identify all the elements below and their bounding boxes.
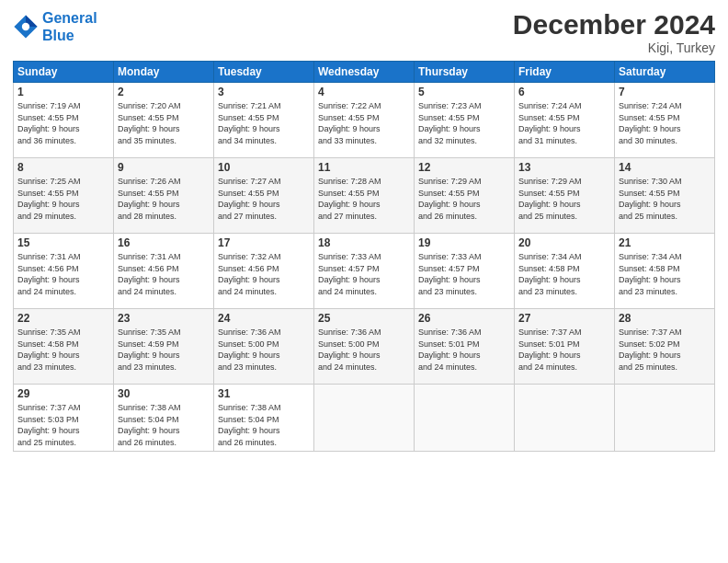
day-info: Sunrise: 7:37 AMSunset: 5:02 PMDaylight:… — [619, 327, 682, 372]
day-info: Sunrise: 7:34 AMSunset: 4:58 PMDaylight:… — [619, 252, 682, 296]
day-info: Sunrise: 7:32 AMSunset: 4:56 PMDaylight:… — [218, 252, 281, 296]
day-cell — [515, 385, 615, 452]
day-cell: 5 Sunrise: 7:23 AMSunset: 4:55 PMDayligh… — [415, 83, 515, 158]
day-cell: 11 Sunrise: 7:28 AMSunset: 4:55 PMDaylig… — [314, 158, 415, 234]
day-number: 24 — [218, 312, 310, 325]
day-info: Sunrise: 7:31 AMSunset: 4:56 PMDaylight:… — [118, 252, 181, 296]
day-number: 9 — [118, 161, 210, 174]
day-number: 1 — [17, 86, 109, 98]
day-cell: 6 Sunrise: 7:24 AMSunset: 4:55 PMDayligh… — [515, 83, 615, 158]
header: General Blue December 2024 Kigi, Turkey — [13, 9, 715, 55]
day-number: 16 — [118, 236, 210, 249]
day-number: 18 — [318, 236, 410, 249]
day-cell: 12 Sunrise: 7:29 AMSunset: 4:55 PMDaylig… — [415, 158, 515, 234]
day-cell: 29 Sunrise: 7:37 AMSunset: 5:03 PMDaylig… — [14, 385, 114, 452]
weekday-header-sunday: Sunday — [14, 62, 114, 83]
day-number: 8 — [17, 161, 109, 174]
day-cell: 23 Sunrise: 7:35 AMSunset: 4:59 PMDaylig… — [114, 309, 214, 385]
day-number: 31 — [218, 387, 310, 400]
day-info: Sunrise: 7:29 AMSunset: 4:55 PMDaylight:… — [518, 177, 582, 221]
location: Kigi, Turkey — [513, 40, 715, 55]
title-block: December 2024 Kigi, Turkey — [513, 9, 715, 55]
day-info: Sunrise: 7:37 AMSunset: 5:01 PMDaylight:… — [518, 327, 582, 372]
weekday-header-thursday: Thursday — [415, 62, 515, 83]
day-info: Sunrise: 7:26 AMSunset: 4:55 PMDaylight:… — [118, 177, 181, 221]
weekday-header-monday: Monday — [114, 62, 214, 83]
day-info: Sunrise: 7:36 AMSunset: 5:00 PMDaylight:… — [218, 327, 281, 372]
day-cell: 22 Sunrise: 7:35 AMSunset: 4:58 PMDaylig… — [14, 309, 114, 385]
day-info: Sunrise: 7:29 AMSunset: 4:55 PMDaylight:… — [418, 177, 482, 221]
logo: General Blue — [13, 9, 97, 44]
day-cell: 14 Sunrise: 7:30 AMSunset: 4:55 PMDaylig… — [615, 158, 715, 234]
day-number: 13 — [518, 161, 610, 174]
day-info: Sunrise: 7:36 AMSunset: 5:01 PMDaylight:… — [418, 327, 482, 372]
logo-icon — [13, 14, 39, 40]
day-number: 3 — [218, 86, 310, 98]
day-cell — [314, 385, 415, 452]
weekday-header-tuesday: Tuesday — [214, 62, 314, 83]
day-number: 12 — [418, 161, 510, 174]
day-cell: 15 Sunrise: 7:31 AMSunset: 4:56 PMDaylig… — [14, 234, 114, 309]
day-cell: 27 Sunrise: 7:37 AMSunset: 5:01 PMDaylig… — [515, 309, 615, 385]
day-number: 25 — [318, 312, 410, 325]
day-cell: 9 Sunrise: 7:26 AMSunset: 4:55 PMDayligh… — [114, 158, 214, 234]
day-info: Sunrise: 7:33 AMSunset: 4:57 PMDaylight:… — [418, 252, 482, 296]
day-info: Sunrise: 7:38 AMSunset: 5:04 PMDaylight:… — [218, 403, 281, 447]
day-cell — [615, 385, 715, 452]
day-info: Sunrise: 7:23 AMSunset: 4:55 PMDaylight:… — [418, 101, 482, 145]
day-number: 23 — [118, 312, 210, 325]
day-number: 10 — [218, 161, 310, 174]
day-number: 6 — [518, 86, 610, 98]
day-number: 26 — [418, 312, 510, 325]
day-cell: 4 Sunrise: 7:22 AMSunset: 4:55 PMDayligh… — [314, 83, 415, 158]
day-info: Sunrise: 7:22 AMSunset: 4:55 PMDaylight:… — [318, 101, 381, 145]
day-info: Sunrise: 7:36 AMSunset: 5:00 PMDaylight:… — [318, 327, 381, 372]
day-info: Sunrise: 7:27 AMSunset: 4:55 PMDaylight:… — [218, 177, 281, 221]
week-row-3: 15 Sunrise: 7:31 AMSunset: 4:56 PMDaylig… — [14, 234, 715, 309]
day-info: Sunrise: 7:38 AMSunset: 5:04 PMDaylight:… — [118, 403, 181, 447]
day-cell: 19 Sunrise: 7:33 AMSunset: 4:57 PMDaylig… — [415, 234, 515, 309]
day-cell: 20 Sunrise: 7:34 AMSunset: 4:58 PMDaylig… — [515, 234, 615, 309]
week-row-2: 8 Sunrise: 7:25 AMSunset: 4:55 PMDayligh… — [14, 158, 715, 234]
day-info: Sunrise: 7:19 AMSunset: 4:55 PMDaylight:… — [17, 101, 81, 145]
day-info: Sunrise: 7:34 AMSunset: 4:58 PMDaylight:… — [518, 252, 582, 296]
day-info: Sunrise: 7:35 AMSunset: 4:59 PMDaylight:… — [118, 327, 181, 372]
day-number: 15 — [17, 236, 109, 249]
day-cell: 28 Sunrise: 7:37 AMSunset: 5:02 PMDaylig… — [615, 309, 715, 385]
day-cell: 1 Sunrise: 7:19 AMSunset: 4:55 PMDayligh… — [14, 83, 114, 158]
weekday-header-row: SundayMondayTuesdayWednesdayThursdayFrid… — [14, 62, 715, 83]
day-number: 30 — [118, 387, 210, 400]
day-number: 29 — [17, 387, 109, 400]
day-cell: 18 Sunrise: 7:33 AMSunset: 4:57 PMDaylig… — [314, 234, 415, 309]
weekday-header-wednesday: Wednesday — [314, 62, 415, 83]
day-number: 22 — [17, 312, 109, 325]
day-info: Sunrise: 7:25 AMSunset: 4:55 PMDaylight:… — [17, 177, 81, 221]
day-cell — [415, 385, 515, 452]
page: General Blue December 2024 Kigi, Turkey … — [0, 0, 728, 563]
day-cell: 24 Sunrise: 7:36 AMSunset: 5:00 PMDaylig… — [214, 309, 314, 385]
day-info: Sunrise: 7:37 AMSunset: 5:03 PMDaylight:… — [17, 403, 81, 447]
day-cell: 2 Sunrise: 7:20 AMSunset: 4:55 PMDayligh… — [114, 83, 214, 158]
day-cell: 8 Sunrise: 7:25 AMSunset: 4:55 PMDayligh… — [14, 158, 114, 234]
day-info: Sunrise: 7:31 AMSunset: 4:56 PMDaylight:… — [17, 252, 81, 296]
weekday-header-saturday: Saturday — [615, 62, 715, 83]
weekday-header-friday: Friday — [515, 62, 615, 83]
svg-point-2 — [22, 23, 29, 30]
day-info: Sunrise: 7:33 AMSunset: 4:57 PMDaylight:… — [318, 252, 381, 296]
day-number: 27 — [518, 312, 610, 325]
day-number: 20 — [518, 236, 610, 249]
day-number: 11 — [318, 161, 410, 174]
day-cell: 30 Sunrise: 7:38 AMSunset: 5:04 PMDaylig… — [114, 385, 214, 452]
day-number: 28 — [619, 312, 711, 325]
month-title: December 2024 — [513, 9, 715, 40]
day-info: Sunrise: 7:24 AMSunset: 4:55 PMDaylight:… — [518, 101, 582, 145]
week-row-5: 29 Sunrise: 7:37 AMSunset: 5:03 PMDaylig… — [14, 385, 715, 452]
day-cell: 31 Sunrise: 7:38 AMSunset: 5:04 PMDaylig… — [214, 385, 314, 452]
day-cell: 25 Sunrise: 7:36 AMSunset: 5:00 PMDaylig… — [314, 309, 415, 385]
calendar-table: SundayMondayTuesdayWednesdayThursdayFrid… — [13, 61, 715, 452]
day-number: 19 — [418, 236, 510, 249]
day-number: 17 — [218, 236, 310, 249]
day-number: 14 — [619, 161, 711, 174]
day-number: 2 — [118, 86, 210, 98]
day-number: 21 — [619, 236, 711, 249]
